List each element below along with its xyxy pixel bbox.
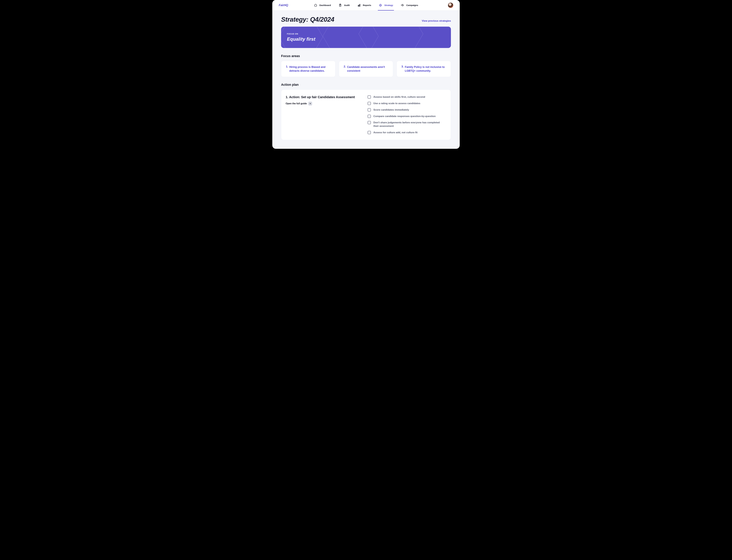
checklist-label: Score candidates immediately <box>374 108 409 112</box>
svg-rect-6 <box>359 4 360 6</box>
nav-label: Audit <box>344 4 349 6</box>
focus-card[interactable]: 3. Family Policy is not inclusive to LGB… <box>397 61 451 77</box>
action-plan-title: Action plan <box>281 83 451 87</box>
checkbox[interactable] <box>368 108 371 111</box>
checklist-item: Score candidates immediately <box>368 108 445 112</box>
focus-num: 2. <box>344 65 346 73</box>
checkbox[interactable] <box>368 131 371 134</box>
main-content: Strategy: Q4/2024 View previous strategi… <box>272 11 460 149</box>
checkbox[interactable] <box>368 102 371 105</box>
focus-areas: 1. Hiring process is Biased and detracts… <box>281 61 451 77</box>
banner-eyebrow: FOCUS ON <box>287 33 445 35</box>
checklist-label: Compare candidate responses question-by-… <box>374 115 436 118</box>
checklist-item: Assess for culture add, not culture fit <box>368 131 445 134</box>
checkbox[interactable] <box>368 121 371 124</box>
page-title: Strategy: Q4/2024 <box>281 16 334 23</box>
action-card: 1. Action: Set up fair Candidates Assess… <box>281 90 451 140</box>
focus-text: Family Policy is not inclusive to LGBTQ+… <box>405 65 446 73</box>
user-avatar[interactable] <box>448 3 453 8</box>
open-guide-link[interactable]: Open the full guide <box>285 102 359 105</box>
checklist-label: Don't share judgements before everyone h… <box>374 121 445 128</box>
banner-headline: Equality first <box>287 36 445 42</box>
checklist-label: Assess for culture add, not culture fit <box>374 131 418 134</box>
svg-rect-4 <box>358 5 358 6</box>
nav-audit[interactable]: Audit <box>338 0 349 11</box>
nav-label: Strategy <box>384 4 393 6</box>
focus-card[interactable]: 1. Hiring process is Biased and detracts… <box>281 61 335 77</box>
megaphone-icon <box>401 4 404 7</box>
focus-card[interactable]: 2. Candidate assessments aren't consiste… <box>339 61 393 77</box>
nav-dashboard[interactable]: Dashboard <box>314 0 331 11</box>
arrow-right-icon <box>308 102 312 105</box>
checklist-item: Assess based on skills first, culture se… <box>368 95 445 99</box>
view-previous-link[interactable]: View previous strategies <box>422 19 451 22</box>
checklist-item: Use a rating scale to assess candidates <box>368 102 445 105</box>
checkbox[interactable] <box>368 95 371 99</box>
focus-text: Hiring process is Biased and detracts di… <box>289 65 330 73</box>
svg-point-7 <box>380 4 382 6</box>
nav-reports[interactable]: Reports <box>357 0 371 11</box>
nav-label: Dashboard <box>319 4 331 6</box>
brand-logo: FairHQ <box>279 4 288 7</box>
checklist-label: Use a rating scale to assess candidates <box>374 102 420 105</box>
action-checklist: Assess based on skills first, culture se… <box>368 95 445 134</box>
nav-label: Reports <box>363 4 371 6</box>
target-icon <box>379 4 382 7</box>
nav-strategy[interactable]: Strategy <box>379 0 393 11</box>
nav-campaigns[interactable]: Campaigns <box>401 0 418 11</box>
checklist-item: Compare candidate responses question-by-… <box>368 115 445 118</box>
bar-chart-icon <box>357 4 361 7</box>
nav-label: Campaigns <box>406 4 418 6</box>
focus-num: 1. <box>286 65 288 73</box>
focus-text: Candidate assessments aren't consistent <box>347 65 389 73</box>
open-guide-label: Open the full guide <box>285 102 307 105</box>
header: FairHQ Dashboard Audit Reports <box>272 0 460 11</box>
clipboard-icon <box>338 4 342 7</box>
focus-num: 3. <box>402 65 404 73</box>
svg-point-8 <box>380 5 381 6</box>
main-nav: Dashboard Audit Reports Strategy <box>314 0 418 11</box>
action-title: 1. Action: Set up fair Candidates Assess… <box>285 95 359 99</box>
checkbox[interactable] <box>368 115 371 118</box>
checklist-item: Don't share judgements before everyone h… <box>368 121 445 128</box>
svg-rect-5 <box>359 5 359 6</box>
focus-areas-title: Focus areas <box>281 54 451 58</box>
checklist-label: Assess based on skills first, culture se… <box>374 95 425 99</box>
home-icon <box>314 4 317 7</box>
focus-banner: FOCUS ON Equality first <box>281 27 451 48</box>
